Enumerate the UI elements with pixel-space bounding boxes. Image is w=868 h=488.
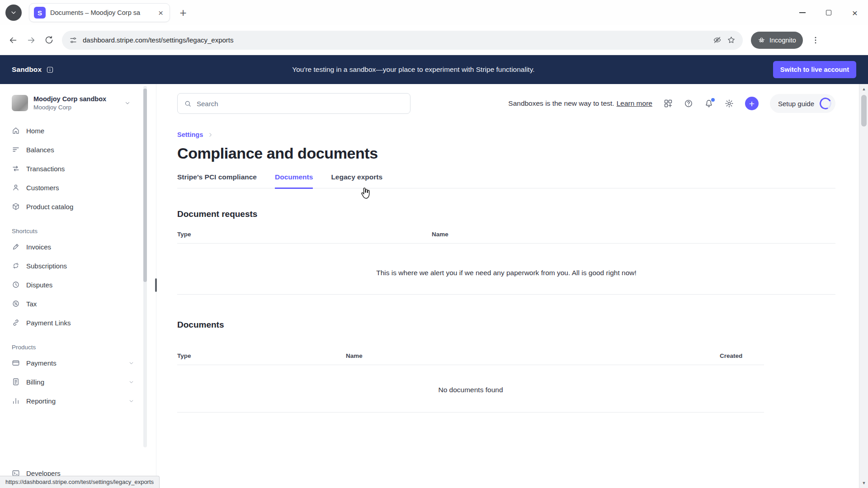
tab-pci-compliance[interactable]: Stripe's PCI compliance (177, 173, 257, 188)
chevron-right-icon (208, 132, 213, 138)
account-name: Moodjoy Corp sandbox (33, 95, 106, 103)
reload-button[interactable] (44, 35, 54, 45)
progress-spinner-icon (818, 96, 833, 111)
documents-table: Type Name Created No documents found (177, 352, 764, 413)
balances-icon (12, 145, 20, 154)
sidebar-item-label: Payments (26, 359, 57, 367)
sidebar-item-label: Invoices (26, 243, 51, 251)
minimize-button[interactable] (789, 0, 816, 25)
chevron-down-icon[interactable] (128, 379, 134, 385)
scrollbar-thumb[interactable] (861, 95, 867, 127)
notifications-bell-icon[interactable] (704, 99, 713, 108)
incognito-icon (758, 36, 765, 44)
scroll-down-arrow-icon[interactable]: ▼ (859, 481, 868, 485)
breadcrumb: Settings (177, 131, 835, 138)
sidebar: Moodjoy Corp sandbox Moodjoy Corp Home B… (0, 84, 156, 488)
search-input[interactable] (197, 100, 404, 108)
page-tabs: Stripe's PCI compliance Documents Legacy… (177, 173, 835, 188)
box-icon (12, 202, 20, 211)
setup-guide-label: Setup guide (778, 100, 814, 108)
scroll-up-arrow-icon[interactable]: ▲ (859, 87, 868, 91)
column-header-name: Name (432, 231, 835, 238)
sidebar-item-reporting[interactable]: Reporting (0, 391, 156, 410)
column-header-created: Created (720, 352, 764, 359)
create-plus-button[interactable]: + (745, 97, 759, 110)
sidebar-item-subscriptions[interactable]: Subscriptions (0, 256, 156, 275)
new-tab-button[interactable]: + (175, 5, 191, 20)
url-text: dashboard.stripe.com/test/settings/legac… (83, 36, 708, 44)
sidebar-item-label: Payment Links (26, 319, 71, 327)
sidebar-scrollbar-thumb[interactable] (143, 89, 147, 282)
forward-button[interactable] (26, 35, 36, 45)
back-button[interactable] (8, 35, 18, 45)
tab-search-button[interactable] (5, 5, 22, 21)
sidebar-item-label: Transactions (26, 165, 65, 173)
sidebar-item-tax[interactable]: Tax (0, 294, 156, 313)
chevron-down-icon (124, 100, 131, 106)
table-header-row: Type Name (177, 231, 835, 244)
main-content: Sandboxes is the new way to test.Learn m… (156, 84, 868, 488)
chevron-down-icon (10, 9, 17, 16)
table-header-row: Type Name Created (177, 352, 764, 365)
address-bar[interactable]: dashboard.stripe.com/test/settings/legac… (62, 31, 743, 50)
sidebar-fade (0, 427, 144, 463)
sandbox-notice: Sandboxes is the new way to test.Learn m… (508, 99, 652, 108)
sidebar-item-label: Subscriptions (26, 262, 67, 270)
dashboard-topbar: Sandboxes is the new way to test.Learn m… (177, 93, 835, 114)
browser-scrollbar[interactable]: ▲ ▼ (859, 84, 868, 488)
sidebar-item-balances[interactable]: Balances (0, 140, 156, 159)
sidebar-item-transactions[interactable]: Transactions (0, 159, 156, 178)
link-icon (12, 319, 20, 327)
sidebar-item-payment-links[interactable]: Payment Links (0, 313, 156, 332)
shortcuts-section-label: Shortcuts (12, 228, 156, 235)
sandbox-message: You're testing in a sandbox—your place t… (54, 66, 773, 74)
tab-legacy-exports[interactable]: Legacy exports (331, 173, 382, 188)
sidebar-item-label: Billing (26, 378, 44, 386)
settings-gear-icon[interactable] (725, 99, 734, 108)
sidebar-item-customers[interactable]: Customers (0, 178, 156, 197)
column-header-type: Type (177, 352, 346, 359)
empty-state-message: This is where we alert you if we need an… (177, 244, 835, 295)
learn-more-link[interactable]: Learn more (617, 99, 652, 107)
setup-guide-button[interactable]: Setup guide (770, 94, 835, 113)
account-switcher[interactable]: Moodjoy Corp sandbox Moodjoy Corp (0, 95, 156, 111)
link-status-popup: https://dashboard.stripe.com/test/settin… (0, 476, 160, 488)
incognito-badge: Incognito (751, 32, 803, 49)
help-icon[interactable] (684, 99, 693, 108)
customers-icon (12, 183, 20, 192)
chevron-down-icon[interactable] (128, 398, 134, 404)
search-box[interactable] (177, 93, 410, 114)
site-settings-icon[interactable] (69, 36, 77, 44)
browser-tab[interactable]: S Documents – Moodjoy Corp sa × (29, 3, 170, 22)
close-button[interactable]: × (842, 0, 868, 25)
invoices-icon (12, 243, 20, 251)
sidebar-item-payments[interactable]: Payments (0, 353, 156, 372)
apps-grid-icon[interactable] (664, 99, 673, 108)
incognito-label: Incognito (769, 37, 796, 44)
sidebar-item-label: Tax (26, 300, 37, 308)
sidebar-item-label: Reporting (26, 397, 56, 405)
sidebar-item-label: Home (26, 127, 44, 135)
sidebar-item-billing[interactable]: Billing (0, 372, 156, 391)
sidebar-item-product-catalog[interactable]: Product catalog (0, 197, 156, 216)
info-icon[interactable] (46, 66, 54, 74)
sidebar-item-home[interactable]: Home (0, 121, 156, 140)
browser-menu-icon[interactable] (811, 36, 820, 45)
sidebar-resize-handle[interactable] (155, 278, 157, 292)
column-header-name: Name (346, 352, 720, 359)
tab-close-icon[interactable]: × (156, 8, 166, 18)
account-avatar (12, 95, 28, 111)
tab-documents[interactable]: Documents (275, 173, 313, 189)
chevron-down-icon[interactable] (128, 360, 134, 366)
documents-section: Documents Type Name Created No documents… (177, 320, 835, 413)
maximize-button[interactable] (816, 0, 842, 25)
password-eye-icon[interactable] (713, 36, 722, 44)
sidebar-item-disputes[interactable]: Disputes (0, 275, 156, 294)
switch-to-live-button[interactable]: Switch to live account (773, 61, 856, 78)
bookmark-star-icon[interactable] (727, 36, 736, 44)
sidebar-item-invoices[interactable]: Invoices (0, 237, 156, 256)
browser-tab-strip: S Documents – Moodjoy Corp sa × + × (0, 0, 868, 25)
browser-toolbar: dashboard.stripe.com/test/settings/legac… (0, 25, 868, 55)
sidebar-item-label: Balances (26, 146, 54, 154)
breadcrumb-settings-link[interactable]: Settings (177, 131, 203, 138)
